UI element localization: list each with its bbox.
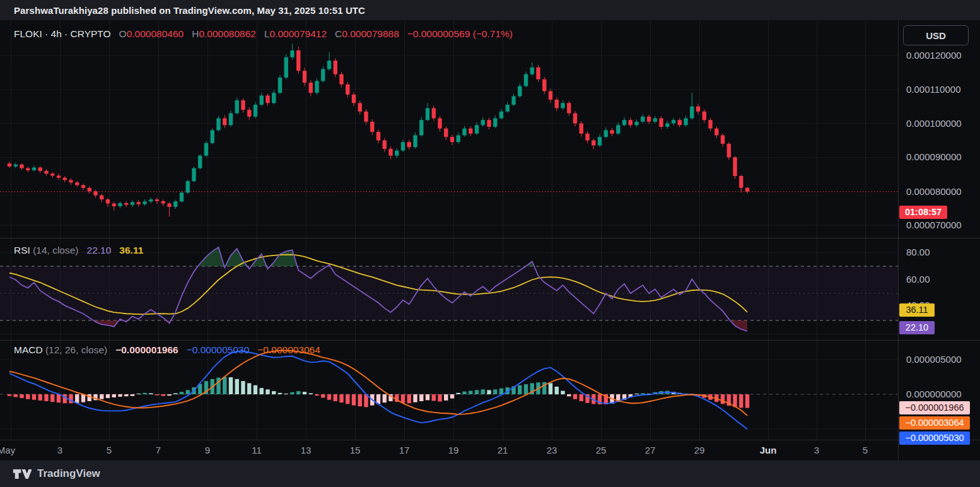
close-value: C0.000079888	[335, 28, 399, 40]
time-axis-tick: 13	[301, 445, 312, 455]
axis-value-badge: −0.000003064	[899, 416, 970, 430]
macd-axis-tick: 0.000000000	[906, 389, 962, 399]
time-axis-tick: 5	[863, 445, 868, 455]
symbol-legend[interactable]: FLOKI · 4h · CRYPTO O0.000080460 H0.0000…	[14, 28, 513, 40]
time-axis-tick: 9	[205, 445, 210, 455]
price-axis-tick: 0.000070000	[906, 220, 962, 230]
chart-area[interactable]: FLOKI · 4h · CRYPTO O0.000080460 H0.0000…	[0, 20, 980, 461]
attribution-bar: ParshwaTurakhiya28 published on TradingV…	[0, 0, 980, 20]
rsi-ma-value: 36.11	[119, 245, 143, 256]
price-pane[interactable]	[8, 44, 749, 216]
rsi-value: 22.10	[87, 245, 112, 256]
macd-line-value: −0.000005030	[187, 344, 250, 356]
price-axis-tick: 0.000090000	[906, 151, 962, 162]
macd-title: MACD (12, 26, close)	[14, 344, 107, 356]
macd-signal-value: −0.000003064	[257, 344, 320, 356]
rsi-axis-tick: 60.00	[906, 274, 930, 285]
time-scale[interactable]: May357911131517192123252729Jun35	[0, 440, 980, 461]
time-axis-tick: 3	[57, 445, 62, 455]
axis-value-badge: 36.11	[899, 303, 935, 317]
rsi-legend[interactable]: RSI (14, close) 22.10 36.11	[14, 245, 143, 256]
time-axis-tick: May	[0, 445, 15, 455]
macd-hist-value: −0.000001966	[115, 344, 178, 356]
time-axis-tick: 25	[596, 445, 607, 455]
time-axis-tick: 23	[547, 445, 557, 455]
tradingview-link[interactable]: TradingView	[13, 467, 100, 481]
time-axis-tick: 29	[694, 445, 705, 455]
attribution-text: ParshwaTurakhiya28 published on TradingV…	[14, 5, 365, 16]
time-axis-tick: 17	[399, 445, 410, 455]
currency-toggle-button[interactable]: USD	[903, 25, 969, 45]
price-scale[interactable]: 01:08:57 0.0001200000.0001100000.0001000…	[898, 20, 980, 461]
high-value: H0.000080862	[192, 28, 256, 40]
tradingview-logo-icon	[13, 467, 32, 481]
axis-value-badge: −0.000001966	[899, 401, 970, 414]
change-value: −0.000000569 (−0.71%)	[407, 28, 513, 40]
time-axis-tick: Jun	[760, 445, 777, 455]
open-value: O0.000080460	[119, 28, 184, 40]
price-axis-tick: 0.000100000	[906, 118, 962, 129]
symbol-title: FLOKI · 4h · CRYPTO	[14, 28, 111, 40]
time-axis-tick: 3	[814, 445, 819, 455]
macd-line	[9, 351, 747, 430]
axis-value-badge: 22.10	[899, 321, 935, 334]
axis-value-badge: −0.000005030	[899, 431, 970, 445]
rsi-title: RSI (14, close)	[14, 245, 79, 256]
time-axis-tick: 21	[498, 445, 508, 455]
low-value: L0.000079412	[264, 28, 327, 40]
time-axis-tick: 27	[645, 445, 656, 455]
macd-axis-tick: 0.000005000	[906, 354, 962, 365]
bar-countdown-badge: 01:08:57	[899, 206, 947, 219]
price-axis-tick: 0.000080000	[906, 186, 962, 197]
tradingview-wordmark: TradingView	[37, 467, 100, 480]
time-axis-tick: 7	[156, 445, 161, 455]
time-axis-tick: 5	[107, 445, 112, 455]
price-axis-tick: 0.000110000	[906, 84, 960, 95]
rsi-axis-tick: 80.00	[906, 247, 930, 257]
time-axis-tick: 19	[448, 445, 459, 455]
chart-canvas[interactable]	[0, 20, 980, 461]
macd-legend[interactable]: MACD (12, 26, close) −0.000001966 −0.000…	[14, 344, 320, 356]
macd-signal-line	[9, 351, 747, 416]
price-axis-tick: 0.000120000	[906, 50, 962, 61]
time-axis-tick: 11	[252, 445, 262, 455]
time-axis-tick: 15	[350, 445, 361, 455]
brand-bar: TradingView	[0, 461, 980, 487]
